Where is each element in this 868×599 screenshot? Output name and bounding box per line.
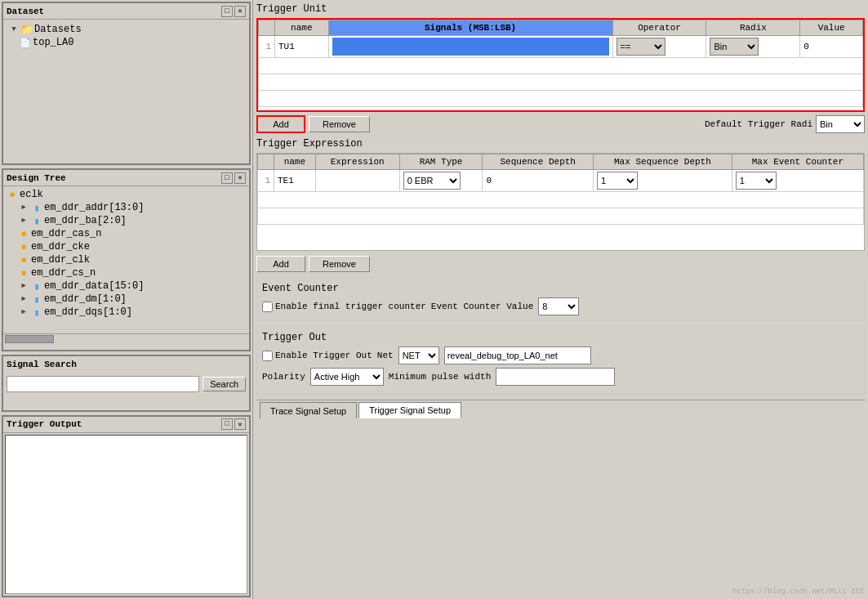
search-button[interactable]: Search [203, 377, 246, 391]
trigger-expr-remove-btn[interactable]: Remove [309, 256, 370, 272]
tu-row-signal [328, 36, 612, 58]
trigger-expr-add-btn[interactable]: Add [256, 256, 305, 272]
tree-item-ddr-addr[interactable]: ► ▮ em_ddr_addr[13:0] [5, 201, 247, 214]
event-counter-row: Enable final trigger counter Event Count… [262, 297, 859, 315]
tu-row-operator[interactable]: == != > < >= <= [612, 36, 706, 58]
trigger-expr-table-container: name Expression RAM Type Sequence Depth … [256, 153, 865, 251]
top-la0-item[interactable]: 📄 top_LA0 [7, 36, 246, 49]
table-row-empty-3 [259, 91, 863, 107]
tu-row-num: 1 [259, 36, 275, 58]
trigger-expr-btn-row: Add Remove [256, 256, 865, 272]
signal-icon-eclk: ■ [7, 189, 18, 200]
tu-row-value: 0 [800, 36, 863, 58]
design-tree-hscroll[interactable] [3, 333, 249, 343]
tu-col-num [259, 20, 275, 36]
net-label: Net [377, 351, 394, 360]
trigger-out-row2: Polarity Active High Active Low Minimum … [262, 368, 859, 386]
tree-item-ddr-clk[interactable]: ■ em_ddr_clk [5, 253, 247, 266]
te-row-max-seq[interactable]: 1 2 4 8 [594, 170, 732, 192]
watermark: https://blog.csdn.net/MLLL EEE [732, 588, 865, 596]
tree-label-cke: em_ddr_cke [31, 241, 90, 253]
design-tree-scroll[interactable]: ■ eclk ► ▮ em_ddr_addr[13:0] ► ▮ em_ddr_… [3, 186, 249, 333]
trigger-output-area [5, 435, 247, 595]
tab-trace-signal[interactable]: Trace Signal Setup [260, 402, 357, 418]
te-row-max-event[interactable]: 1 2 4 8 [732, 170, 863, 192]
dataset-close-btn[interactable]: ✕ [234, 6, 246, 17]
tree-item-eclk[interactable]: ■ eclk [5, 188, 247, 201]
expand-icon: ▼ [8, 24, 20, 35]
trigger-unit-remove-btn[interactable]: Remove [309, 116, 370, 132]
tu-signal-cell [332, 38, 609, 56]
max-seq-select[interactable]: 1 2 4 8 [597, 172, 638, 190]
expand-icon-ba: ► [18, 215, 29, 226]
tree-item-ddr-cas[interactable]: ■ em_ddr_cas_n [5, 227, 247, 240]
operator-select[interactable]: == != > < >= <= [617, 38, 665, 56]
default-trigger-radix-select[interactable]: Bin Hex Oct Dec [816, 115, 865, 133]
tree-item-ddr-dqs[interactable]: ► ▮ em_ddr_dqs[1:0] [5, 306, 247, 319]
enable-trigger-out-checkbox[interactable] [262, 351, 273, 361]
te-col-num [258, 154, 274, 170]
dataset-restore-btn[interactable]: □ [221, 6, 233, 17]
event-counter-title: Event Counter [262, 283, 859, 294]
signal-icon-cas: ■ [18, 228, 29, 239]
signal-icon-clk: ■ [18, 254, 29, 266]
signal-search-input[interactable] [7, 376, 199, 392]
enable-trigger-out-label[interactable]: Enable Trigger Out [262, 351, 372, 361]
event-counter-value-select[interactable]: 8 16 32 64 [538, 297, 579, 315]
signal-icon-cs: ■ [18, 267, 29, 279]
design-tree-restore-btn[interactable]: □ [221, 172, 233, 184]
polarity-select[interactable]: Active High Active Low [310, 368, 384, 386]
tu-col-signals: Signals (MSB:LSB) [328, 20, 612, 36]
right-panel: Trigger Unit name Signals (MSB:LSB) Oper… [253, 0, 868, 599]
trigger-unit-title: Trigger Unit [256, 3, 865, 15]
tree-item-ddr-ba[interactable]: ► ▮ em_ddr_ba[2:0] [5, 214, 247, 227]
enable-final-trigger-label[interactable]: Enable final trigger counter [262, 302, 426, 312]
trigger-unit-add-btn[interactable]: Add [256, 115, 305, 133]
pulse-input[interactable] [496, 368, 615, 386]
tree-label-dm: em_ddr_dm[1:0] [44, 293, 127, 305]
tab-trigger-signal[interactable]: Trigger Signal Setup [358, 402, 461, 418]
tree-label-cas: em_ddr_cas_n [31, 228, 101, 239]
table-row-empty-2 [258, 208, 864, 225]
tu-row-radix[interactable]: Bin Hex Oct Dec [706, 36, 800, 58]
net-select[interactable]: NET [398, 346, 439, 364]
enable-trigger-out-text: Enable Trigger Out [275, 351, 372, 360]
bus-icon-ba: ▮ [31, 215, 42, 226]
ram-type-select[interactable]: 0 EBR 1 EBR 2 EBR [403, 172, 461, 190]
tu-row-name: TU1 [275, 36, 329, 58]
datasets-root-item[interactable]: ▼ 📁 Datasets [7, 23, 246, 36]
expand-icon-data: ► [18, 280, 29, 292]
net-input[interactable] [444, 346, 591, 364]
trigger-unit-table: name Signals (MSB:LSB) Operator Radix Va… [258, 20, 863, 107]
default-trigger-label: Default Trigger Radi [705, 119, 812, 129]
te-col-name: name [274, 154, 316, 170]
te-col-max-seq: Max Sequence Depth [594, 154, 732, 170]
te-row-num: 1 [258, 170, 274, 192]
design-tree-close-btn[interactable]: ✕ [234, 172, 246, 184]
te-col-ram: RAM Type [399, 154, 483, 170]
table-row-empty-2 [259, 74, 863, 91]
polarity-label: Polarity [262, 372, 305, 382]
tree-label-clk: em_ddr_clk [31, 254, 90, 266]
bus-icon-addr: ▮ [31, 202, 42, 213]
enable-final-trigger-checkbox[interactable] [262, 302, 273, 312]
trigger-output-close-btn[interactable]: ✕ [234, 418, 246, 430]
radix-select[interactable]: Bin Hex Oct Dec [710, 38, 759, 56]
bottom-tabs: Trace Signal Setup Trigger Signal Setup [256, 400, 865, 418]
tree-item-ddr-dm[interactable]: ► ▮ em_ddr_dm[1:0] [5, 293, 247, 306]
trigger-output-restore-btn[interactable]: □ [221, 418, 233, 430]
signal-icon-cke: ■ [18, 241, 29, 253]
tree-label-cs: em_ddr_cs_n [31, 267, 96, 279]
table-row: 1 TU1 == != > < >= <= [259, 36, 863, 58]
enable-final-trigger-text: Enable final trigger counter [275, 302, 426, 311]
te-row-ram[interactable]: 0 EBR 1 EBR 2 EBR [399, 170, 483, 192]
tu-col-value: Value [800, 20, 863, 36]
expand-icon-dqs: ► [18, 306, 29, 318]
tree-item-ddr-cke[interactable]: ■ em_ddr_cke [5, 240, 247, 253]
max-event-select[interactable]: 1 2 4 8 [736, 172, 777, 190]
tree-item-ddr-data[interactable]: ► ▮ em_ddr_data[15:0] [5, 279, 247, 293]
tree-label-eclk: eclk [20, 189, 43, 200]
trigger-unit-table-container: name Signals (MSB:LSB) Operator Radix Va… [256, 18, 865, 112]
signal-search-title: Signal Search [7, 360, 77, 369]
tree-item-ddr-cs[interactable]: ■ em_ddr_cs_n [5, 266, 247, 279]
